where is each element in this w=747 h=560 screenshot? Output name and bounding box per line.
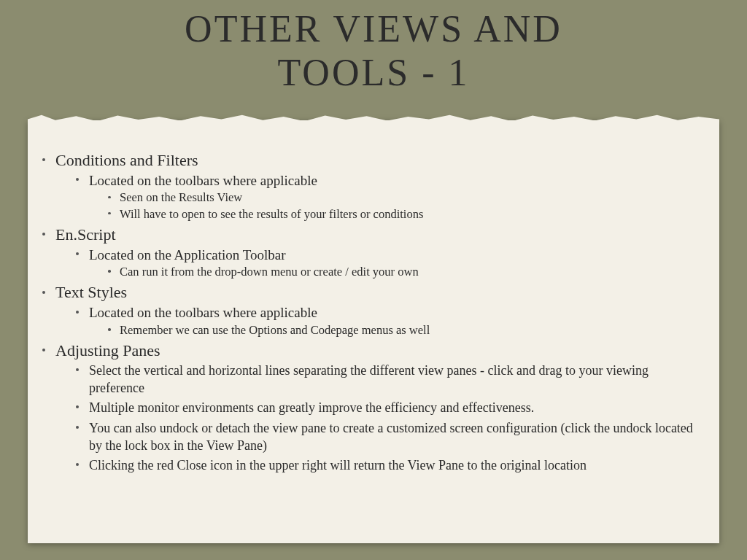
subitem: Located on the Application Toolbar Can r… bbox=[69, 246, 705, 281]
subsubitem: Will have to open to see the results of … bbox=[102, 206, 705, 222]
subitem: You can also undock or detach the view p… bbox=[69, 419, 705, 455]
section-heading: Adjusting Panes bbox=[55, 341, 160, 359]
subitem-text: Located on the Application Toolbar bbox=[89, 247, 286, 262]
subitem: Located on the toolbars where applicable… bbox=[69, 303, 705, 338]
title-line-2: TOOLS - 1 bbox=[278, 52, 470, 93]
subsubitem: Seen on the Results View bbox=[102, 190, 705, 206]
subitem-text: Located on the toolbars where applicable bbox=[89, 173, 317, 188]
subitem: Select the vertical and horizontal lines… bbox=[69, 362, 705, 397]
outline-root: Conditions and Filters Located on the to… bbox=[35, 149, 705, 475]
subsubitem: Can run it from the drop-down menu or cr… bbox=[102, 264, 705, 280]
section-heading: En.Script bbox=[55, 225, 116, 244]
title-line-1: OTHER VIEWS AND bbox=[185, 8, 562, 50]
subitem: Multiple monitor environments can greatl… bbox=[69, 399, 705, 416]
slide-content: Conditions and Filters Located on the to… bbox=[28, 120, 719, 491]
subsubitem: Remember we can use the Options and Code… bbox=[102, 322, 705, 338]
section-text-styles: Text Styles Located on the toolbars wher… bbox=[35, 281, 705, 338]
paper-panel: Conditions and Filters Located on the to… bbox=[28, 120, 719, 543]
subitem-text: Located on the toolbars where applicable bbox=[89, 305, 317, 320]
section-enscript: En.Script Located on the Application Too… bbox=[35, 224, 705, 281]
subitem: Located on the toolbars where applicable… bbox=[69, 171, 705, 222]
slide-title: OTHER VIEWS AND TOOLS - 1 bbox=[0, 0, 747, 95]
section-heading: Text Styles bbox=[55, 283, 127, 301]
section-adjusting-panes: Adjusting Panes Select the vertical and … bbox=[35, 340, 705, 474]
section-conditions: Conditions and Filters Located on the to… bbox=[35, 149, 705, 222]
section-heading: Conditions and Filters bbox=[55, 151, 198, 169]
subitem: Clicking the red Close icon in the upper… bbox=[69, 456, 705, 474]
